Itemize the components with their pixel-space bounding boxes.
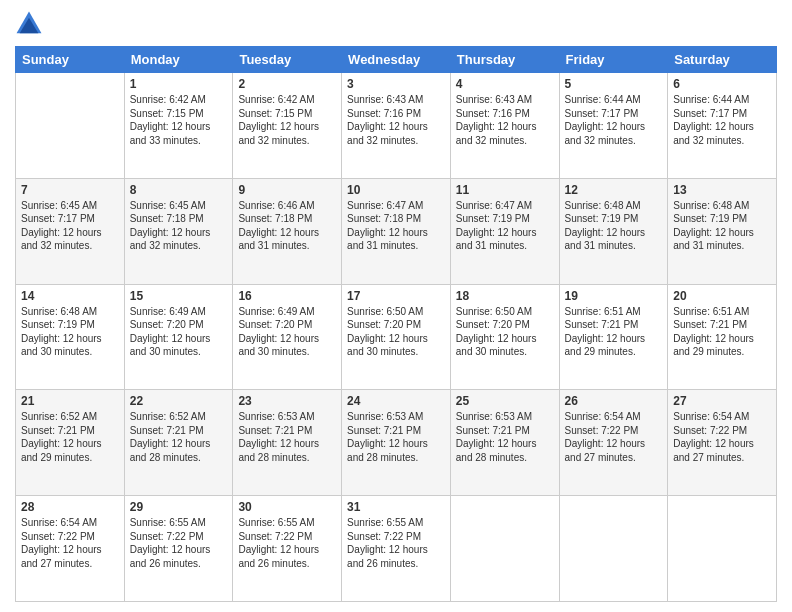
calendar-cell: 18Sunrise: 6:50 AMSunset: 7:20 PMDayligh… xyxy=(450,284,559,390)
day-info: Sunrise: 6:47 AMSunset: 7:19 PMDaylight:… xyxy=(456,199,554,253)
header-tuesday: Tuesday xyxy=(233,47,342,73)
day-number: 8 xyxy=(130,183,228,197)
day-number: 19 xyxy=(565,289,663,303)
calendar-cell xyxy=(450,496,559,602)
day-info: Sunrise: 6:54 AMSunset: 7:22 PMDaylight:… xyxy=(565,410,663,464)
calendar-week-row: 21Sunrise: 6:52 AMSunset: 7:21 PMDayligh… xyxy=(16,390,777,496)
day-info: Sunrise: 6:51 AMSunset: 7:21 PMDaylight:… xyxy=(565,305,663,359)
calendar-cell: 6Sunrise: 6:44 AMSunset: 7:17 PMDaylight… xyxy=(668,73,777,179)
calendar-cell: 5Sunrise: 6:44 AMSunset: 7:17 PMDaylight… xyxy=(559,73,668,179)
day-number: 4 xyxy=(456,77,554,91)
calendar-cell: 1Sunrise: 6:42 AMSunset: 7:15 PMDaylight… xyxy=(124,73,233,179)
day-number: 17 xyxy=(347,289,445,303)
day-info: Sunrise: 6:47 AMSunset: 7:18 PMDaylight:… xyxy=(347,199,445,253)
calendar-cell: 19Sunrise: 6:51 AMSunset: 7:21 PMDayligh… xyxy=(559,284,668,390)
calendar-cell: 22Sunrise: 6:52 AMSunset: 7:21 PMDayligh… xyxy=(124,390,233,496)
calendar-cell xyxy=(559,496,668,602)
day-number: 7 xyxy=(21,183,119,197)
day-info: Sunrise: 6:50 AMSunset: 7:20 PMDaylight:… xyxy=(456,305,554,359)
calendar-cell: 24Sunrise: 6:53 AMSunset: 7:21 PMDayligh… xyxy=(342,390,451,496)
calendar-cell xyxy=(668,496,777,602)
day-number: 28 xyxy=(21,500,119,514)
calendar-cell: 2Sunrise: 6:42 AMSunset: 7:15 PMDaylight… xyxy=(233,73,342,179)
day-info: Sunrise: 6:46 AMSunset: 7:18 PMDaylight:… xyxy=(238,199,336,253)
logo-icon xyxy=(15,10,43,38)
header-monday: Monday xyxy=(124,47,233,73)
calendar-cell: 9Sunrise: 6:46 AMSunset: 7:18 PMDaylight… xyxy=(233,178,342,284)
calendar-cell: 10Sunrise: 6:47 AMSunset: 7:18 PMDayligh… xyxy=(342,178,451,284)
day-info: Sunrise: 6:42 AMSunset: 7:15 PMDaylight:… xyxy=(238,93,336,147)
day-info: Sunrise: 6:49 AMSunset: 7:20 PMDaylight:… xyxy=(130,305,228,359)
day-number: 5 xyxy=(565,77,663,91)
day-info: Sunrise: 6:45 AMSunset: 7:18 PMDaylight:… xyxy=(130,199,228,253)
calendar-week-row: 14Sunrise: 6:48 AMSunset: 7:19 PMDayligh… xyxy=(16,284,777,390)
logo xyxy=(15,10,47,38)
day-info: Sunrise: 6:50 AMSunset: 7:20 PMDaylight:… xyxy=(347,305,445,359)
day-number: 9 xyxy=(238,183,336,197)
day-info: Sunrise: 6:51 AMSunset: 7:21 PMDaylight:… xyxy=(673,305,771,359)
calendar-cell: 16Sunrise: 6:49 AMSunset: 7:20 PMDayligh… xyxy=(233,284,342,390)
day-info: Sunrise: 6:49 AMSunset: 7:20 PMDaylight:… xyxy=(238,305,336,359)
day-number: 25 xyxy=(456,394,554,408)
header-sunday: Sunday xyxy=(16,47,125,73)
day-info: Sunrise: 6:53 AMSunset: 7:21 PMDaylight:… xyxy=(238,410,336,464)
day-number: 15 xyxy=(130,289,228,303)
calendar-cell: 14Sunrise: 6:48 AMSunset: 7:19 PMDayligh… xyxy=(16,284,125,390)
day-number: 22 xyxy=(130,394,228,408)
day-info: Sunrise: 6:55 AMSunset: 7:22 PMDaylight:… xyxy=(347,516,445,570)
calendar-cell: 7Sunrise: 6:45 AMSunset: 7:17 PMDaylight… xyxy=(16,178,125,284)
day-info: Sunrise: 6:48 AMSunset: 7:19 PMDaylight:… xyxy=(565,199,663,253)
calendar-cell: 29Sunrise: 6:55 AMSunset: 7:22 PMDayligh… xyxy=(124,496,233,602)
day-number: 23 xyxy=(238,394,336,408)
calendar-cell: 17Sunrise: 6:50 AMSunset: 7:20 PMDayligh… xyxy=(342,284,451,390)
header xyxy=(15,10,777,38)
calendar-cell: 27Sunrise: 6:54 AMSunset: 7:22 PMDayligh… xyxy=(668,390,777,496)
calendar-week-row: 28Sunrise: 6:54 AMSunset: 7:22 PMDayligh… xyxy=(16,496,777,602)
day-number: 20 xyxy=(673,289,771,303)
calendar-cell: 13Sunrise: 6:48 AMSunset: 7:19 PMDayligh… xyxy=(668,178,777,284)
day-info: Sunrise: 6:52 AMSunset: 7:21 PMDaylight:… xyxy=(21,410,119,464)
calendar-header-row: SundayMondayTuesdayWednesdayThursdayFrid… xyxy=(16,47,777,73)
header-thursday: Thursday xyxy=(450,47,559,73)
header-friday: Friday xyxy=(559,47,668,73)
day-info: Sunrise: 6:55 AMSunset: 7:22 PMDaylight:… xyxy=(238,516,336,570)
day-number: 3 xyxy=(347,77,445,91)
day-info: Sunrise: 6:48 AMSunset: 7:19 PMDaylight:… xyxy=(21,305,119,359)
calendar-table: SundayMondayTuesdayWednesdayThursdayFrid… xyxy=(15,46,777,602)
calendar-cell: 30Sunrise: 6:55 AMSunset: 7:22 PMDayligh… xyxy=(233,496,342,602)
calendar-cell: 21Sunrise: 6:52 AMSunset: 7:21 PMDayligh… xyxy=(16,390,125,496)
day-number: 13 xyxy=(673,183,771,197)
day-info: Sunrise: 6:44 AMSunset: 7:17 PMDaylight:… xyxy=(673,93,771,147)
calendar-cell: 28Sunrise: 6:54 AMSunset: 7:22 PMDayligh… xyxy=(16,496,125,602)
calendar-cell xyxy=(16,73,125,179)
day-info: Sunrise: 6:52 AMSunset: 7:21 PMDaylight:… xyxy=(130,410,228,464)
day-number: 26 xyxy=(565,394,663,408)
day-number: 27 xyxy=(673,394,771,408)
calendar-cell: 23Sunrise: 6:53 AMSunset: 7:21 PMDayligh… xyxy=(233,390,342,496)
calendar-cell: 8Sunrise: 6:45 AMSunset: 7:18 PMDaylight… xyxy=(124,178,233,284)
day-number: 10 xyxy=(347,183,445,197)
calendar-cell: 15Sunrise: 6:49 AMSunset: 7:20 PMDayligh… xyxy=(124,284,233,390)
day-number: 6 xyxy=(673,77,771,91)
calendar-cell: 11Sunrise: 6:47 AMSunset: 7:19 PMDayligh… xyxy=(450,178,559,284)
day-info: Sunrise: 6:43 AMSunset: 7:16 PMDaylight:… xyxy=(456,93,554,147)
calendar-week-row: 7Sunrise: 6:45 AMSunset: 7:17 PMDaylight… xyxy=(16,178,777,284)
header-wednesday: Wednesday xyxy=(342,47,451,73)
day-info: Sunrise: 6:44 AMSunset: 7:17 PMDaylight:… xyxy=(565,93,663,147)
calendar-cell: 4Sunrise: 6:43 AMSunset: 7:16 PMDaylight… xyxy=(450,73,559,179)
day-info: Sunrise: 6:53 AMSunset: 7:21 PMDaylight:… xyxy=(456,410,554,464)
calendar-cell: 25Sunrise: 6:53 AMSunset: 7:21 PMDayligh… xyxy=(450,390,559,496)
day-number: 14 xyxy=(21,289,119,303)
calendar-cell: 12Sunrise: 6:48 AMSunset: 7:19 PMDayligh… xyxy=(559,178,668,284)
day-info: Sunrise: 6:43 AMSunset: 7:16 PMDaylight:… xyxy=(347,93,445,147)
day-number: 29 xyxy=(130,500,228,514)
day-info: Sunrise: 6:42 AMSunset: 7:15 PMDaylight:… xyxy=(130,93,228,147)
calendar-cell: 26Sunrise: 6:54 AMSunset: 7:22 PMDayligh… xyxy=(559,390,668,496)
day-number: 1 xyxy=(130,77,228,91)
day-number: 30 xyxy=(238,500,336,514)
calendar-week-row: 1Sunrise: 6:42 AMSunset: 7:15 PMDaylight… xyxy=(16,73,777,179)
day-info: Sunrise: 6:55 AMSunset: 7:22 PMDaylight:… xyxy=(130,516,228,570)
day-info: Sunrise: 6:54 AMSunset: 7:22 PMDaylight:… xyxy=(21,516,119,570)
day-number: 2 xyxy=(238,77,336,91)
day-number: 18 xyxy=(456,289,554,303)
